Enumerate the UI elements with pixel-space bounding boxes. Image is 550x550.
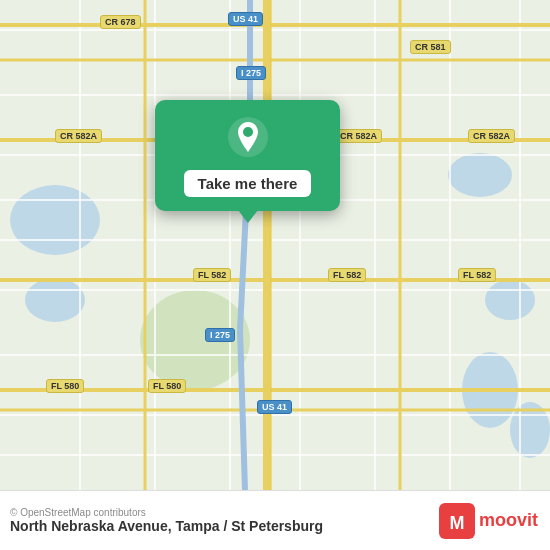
road-label-fl582-right: FL 582 (458, 268, 496, 282)
bottom-bar: © OpenStreetMap contributors North Nebra… (0, 490, 550, 550)
moovit-text: moovit (479, 510, 538, 531)
road-label-cr582a-right: CR 582A (468, 129, 515, 143)
road-label-cr581-top: CR 581 (410, 40, 451, 54)
svg-point-4 (485, 280, 535, 320)
moovit-logo[interactable]: M moovit (439, 503, 538, 539)
svg-point-1 (10, 185, 100, 255)
road-label-us41-top: US 41 (228, 12, 263, 26)
svg-point-39 (243, 127, 253, 137)
road-label-i275-top: I 275 (236, 66, 266, 80)
road-label-fl582-mid: FL 582 (328, 268, 366, 282)
road-label-fl582-left: FL 582 (193, 268, 231, 282)
map-attribution: © OpenStreetMap contributors (10, 507, 439, 518)
road-label-fl580-left: FL 580 (46, 379, 84, 393)
location-name: North Nebraska Avenue, Tampa / St Peters… (10, 518, 439, 534)
moovit-icon: M (439, 503, 475, 539)
road-label-cr582a-mid: CR 582A (335, 129, 382, 143)
road-label-fl580-mid: FL 580 (148, 379, 186, 393)
road-label-cr678: CR 678 (100, 15, 141, 29)
map-pin-icon (227, 116, 269, 158)
road-label-cr582a-left: CR 582A (55, 129, 102, 143)
svg-text:M: M (449, 513, 464, 533)
svg-point-3 (448, 153, 512, 197)
map-view: CR 678 US 41 CR 581 I 275 CR 582A CR 582… (0, 0, 550, 490)
take-me-there-button[interactable]: Take me there (184, 170, 312, 197)
svg-point-2 (25, 278, 85, 322)
road-label-us41-bot: US 41 (257, 400, 292, 414)
road-label-i275-bot: I 275 (205, 328, 235, 342)
location-popup: Take me there (155, 100, 340, 211)
